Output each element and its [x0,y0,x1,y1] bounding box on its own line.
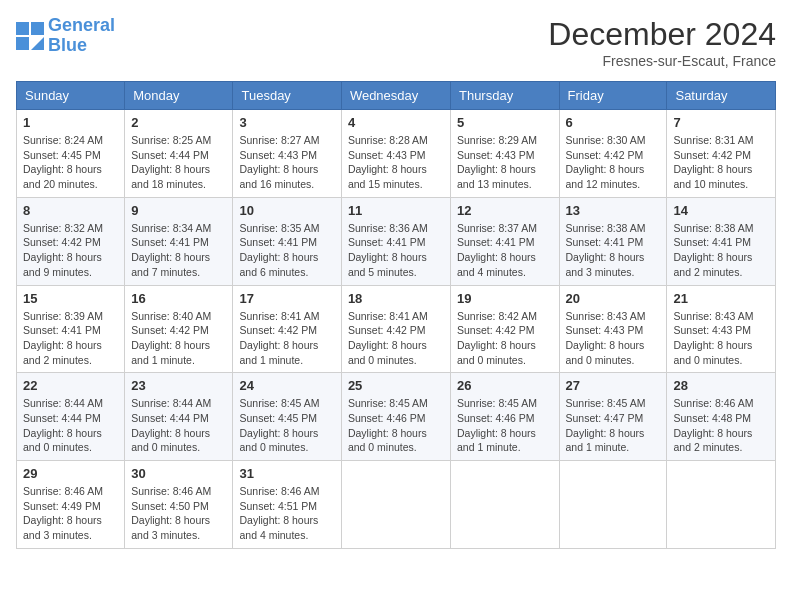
day-number: 3 [239,115,334,130]
day-number: 13 [566,203,661,218]
day-info: Sunrise: 8:42 AM Sunset: 4:42 PM Dayligh… [457,309,553,368]
day-of-week-header: Tuesday [233,82,341,110]
day-info: Sunrise: 8:45 AM Sunset: 4:46 PM Dayligh… [348,396,444,455]
day-number: 14 [673,203,769,218]
calendar-cell: 16Sunrise: 8:40 AM Sunset: 4:42 PM Dayli… [125,285,233,373]
day-number: 8 [23,203,118,218]
day-info: Sunrise: 8:43 AM Sunset: 4:43 PM Dayligh… [566,309,661,368]
day-number: 10 [239,203,334,218]
day-number: 5 [457,115,553,130]
calendar-cell: 9Sunrise: 8:34 AM Sunset: 4:41 PM Daylig… [125,197,233,285]
calendar: SundayMondayTuesdayWednesdayThursdayFrid… [16,81,776,549]
calendar-week-row: 1Sunrise: 8:24 AM Sunset: 4:45 PM Daylig… [17,110,776,198]
day-info: Sunrise: 8:40 AM Sunset: 4:42 PM Dayligh… [131,309,226,368]
calendar-cell: 7Sunrise: 8:31 AM Sunset: 4:42 PM Daylig… [667,110,776,198]
day-info: Sunrise: 8:31 AM Sunset: 4:42 PM Dayligh… [673,133,769,192]
calendar-cell: 22Sunrise: 8:44 AM Sunset: 4:44 PM Dayli… [17,373,125,461]
day-number: 31 [239,466,334,481]
day-info: Sunrise: 8:46 AM Sunset: 4:49 PM Dayligh… [23,484,118,543]
day-info: Sunrise: 8:36 AM Sunset: 4:41 PM Dayligh… [348,221,444,280]
calendar-cell [450,461,559,549]
svg-rect-2 [16,37,29,50]
day-info: Sunrise: 8:35 AM Sunset: 4:41 PM Dayligh… [239,221,334,280]
day-of-week-header: Friday [559,82,667,110]
calendar-week-row: 22Sunrise: 8:44 AM Sunset: 4:44 PM Dayli… [17,373,776,461]
calendar-cell: 8Sunrise: 8:32 AM Sunset: 4:42 PM Daylig… [17,197,125,285]
day-number: 28 [673,378,769,393]
day-info: Sunrise: 8:28 AM Sunset: 4:43 PM Dayligh… [348,133,444,192]
day-info: Sunrise: 8:46 AM Sunset: 4:51 PM Dayligh… [239,484,334,543]
calendar-cell: 20Sunrise: 8:43 AM Sunset: 4:43 PM Dayli… [559,285,667,373]
logo-icon [16,22,44,50]
calendar-cell: 15Sunrise: 8:39 AM Sunset: 4:41 PM Dayli… [17,285,125,373]
title-block: December 2024 Fresnes-sur-Escaut, France [548,16,776,69]
svg-marker-3 [31,37,44,50]
calendar-cell: 24Sunrise: 8:45 AM Sunset: 4:45 PM Dayli… [233,373,341,461]
day-number: 21 [673,291,769,306]
calendar-cell: 5Sunrise: 8:29 AM Sunset: 4:43 PM Daylig… [450,110,559,198]
calendar-cell: 2Sunrise: 8:25 AM Sunset: 4:44 PM Daylig… [125,110,233,198]
day-info: Sunrise: 8:45 AM Sunset: 4:46 PM Dayligh… [457,396,553,455]
day-of-week-header: Thursday [450,82,559,110]
day-info: Sunrise: 8:24 AM Sunset: 4:45 PM Dayligh… [23,133,118,192]
day-info: Sunrise: 8:41 AM Sunset: 4:42 PM Dayligh… [348,309,444,368]
day-number: 17 [239,291,334,306]
calendar-cell: 13Sunrise: 8:38 AM Sunset: 4:41 PM Dayli… [559,197,667,285]
calendar-cell: 25Sunrise: 8:45 AM Sunset: 4:46 PM Dayli… [341,373,450,461]
day-number: 29 [23,466,118,481]
calendar-cell: 3Sunrise: 8:27 AM Sunset: 4:43 PM Daylig… [233,110,341,198]
day-number: 7 [673,115,769,130]
day-number: 18 [348,291,444,306]
day-number: 11 [348,203,444,218]
calendar-cell: 10Sunrise: 8:35 AM Sunset: 4:41 PM Dayli… [233,197,341,285]
day-info: Sunrise: 8:34 AM Sunset: 4:41 PM Dayligh… [131,221,226,280]
day-of-week-header: Sunday [17,82,125,110]
calendar-cell: 31Sunrise: 8:46 AM Sunset: 4:51 PM Dayli… [233,461,341,549]
day-info: Sunrise: 8:44 AM Sunset: 4:44 PM Dayligh… [23,396,118,455]
calendar-cell: 23Sunrise: 8:44 AM Sunset: 4:44 PM Dayli… [125,373,233,461]
day-number: 26 [457,378,553,393]
day-number: 15 [23,291,118,306]
calendar-cell: 6Sunrise: 8:30 AM Sunset: 4:42 PM Daylig… [559,110,667,198]
day-info: Sunrise: 8:37 AM Sunset: 4:41 PM Dayligh… [457,221,553,280]
calendar-cell: 21Sunrise: 8:43 AM Sunset: 4:43 PM Dayli… [667,285,776,373]
day-of-week-header: Wednesday [341,82,450,110]
day-number: 12 [457,203,553,218]
calendar-week-row: 29Sunrise: 8:46 AM Sunset: 4:49 PM Dayli… [17,461,776,549]
calendar-cell [341,461,450,549]
day-number: 30 [131,466,226,481]
day-info: Sunrise: 8:45 AM Sunset: 4:47 PM Dayligh… [566,396,661,455]
day-number: 24 [239,378,334,393]
day-number: 6 [566,115,661,130]
calendar-cell: 1Sunrise: 8:24 AM Sunset: 4:45 PM Daylig… [17,110,125,198]
calendar-cell [559,461,667,549]
day-info: Sunrise: 8:38 AM Sunset: 4:41 PM Dayligh… [566,221,661,280]
calendar-cell: 4Sunrise: 8:28 AM Sunset: 4:43 PM Daylig… [341,110,450,198]
calendar-week-row: 8Sunrise: 8:32 AM Sunset: 4:42 PM Daylig… [17,197,776,285]
calendar-cell: 12Sunrise: 8:37 AM Sunset: 4:41 PM Dayli… [450,197,559,285]
svg-rect-0 [16,22,29,35]
page-header: General Blue December 2024 Fresnes-sur-E… [16,16,776,69]
day-number: 16 [131,291,226,306]
calendar-cell: 19Sunrise: 8:42 AM Sunset: 4:42 PM Dayli… [450,285,559,373]
day-info: Sunrise: 8:32 AM Sunset: 4:42 PM Dayligh… [23,221,118,280]
calendar-cell: 30Sunrise: 8:46 AM Sunset: 4:50 PM Dayli… [125,461,233,549]
calendar-header-row: SundayMondayTuesdayWednesdayThursdayFrid… [17,82,776,110]
day-info: Sunrise: 8:30 AM Sunset: 4:42 PM Dayligh… [566,133,661,192]
calendar-cell: 26Sunrise: 8:45 AM Sunset: 4:46 PM Dayli… [450,373,559,461]
calendar-cell: 29Sunrise: 8:46 AM Sunset: 4:49 PM Dayli… [17,461,125,549]
day-info: Sunrise: 8:46 AM Sunset: 4:48 PM Dayligh… [673,396,769,455]
day-info: Sunrise: 8:27 AM Sunset: 4:43 PM Dayligh… [239,133,334,192]
logo: General Blue [16,16,115,56]
day-of-week-header: Monday [125,82,233,110]
day-number: 23 [131,378,226,393]
day-number: 22 [23,378,118,393]
calendar-week-row: 15Sunrise: 8:39 AM Sunset: 4:41 PM Dayli… [17,285,776,373]
calendar-cell: 11Sunrise: 8:36 AM Sunset: 4:41 PM Dayli… [341,197,450,285]
day-number: 19 [457,291,553,306]
day-info: Sunrise: 8:29 AM Sunset: 4:43 PM Dayligh… [457,133,553,192]
day-info: Sunrise: 8:25 AM Sunset: 4:44 PM Dayligh… [131,133,226,192]
calendar-cell: 14Sunrise: 8:38 AM Sunset: 4:41 PM Dayli… [667,197,776,285]
day-of-week-header: Saturday [667,82,776,110]
day-number: 20 [566,291,661,306]
